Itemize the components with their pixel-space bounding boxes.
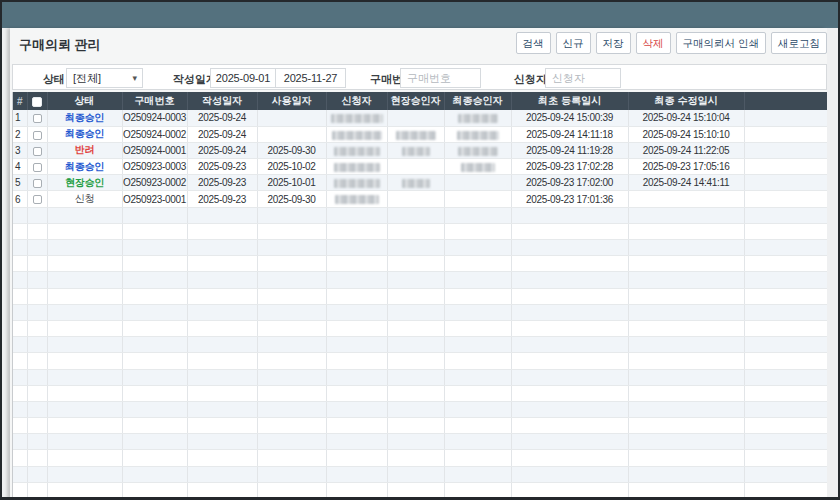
row-checkbox[interactable] — [33, 147, 42, 156]
top-bar — [2, 2, 838, 28]
empty-cell — [27, 401, 47, 417]
applicant-input[interactable] — [545, 68, 621, 88]
table-row[interactable]: 2최종승인O250924-00022025-09-242025-09-24 14… — [13, 126, 827, 142]
empty-cell — [47, 482, 122, 498]
empty-cell — [444, 385, 511, 401]
empty-cell — [257, 353, 326, 369]
empty-row — [13, 223, 827, 239]
empty-cell — [326, 466, 387, 482]
empty-cell — [257, 272, 326, 288]
empty-cell — [47, 353, 122, 369]
empty-cell — [13, 450, 27, 466]
empty-cell — [257, 466, 326, 482]
empty-cell — [511, 482, 628, 498]
empty-cell — [326, 288, 387, 304]
empty-cell — [511, 369, 628, 385]
row-checkbox[interactable] — [33, 163, 42, 172]
empty-cell — [326, 207, 387, 223]
empty-cell — [257, 207, 326, 223]
print-purchase-request-button[interactable]: 구매의뢰서 인쇄 — [676, 32, 766, 54]
empty-cell — [13, 466, 27, 482]
applicant-filter-label: 신청자 — [514, 72, 547, 87]
empty-cell — [628, 256, 744, 272]
modified-datetime-cell: 2025-09-23 17:05:16 — [628, 159, 744, 175]
table-row[interactable]: 3반려O250924-00012025-09-242025-09-302025-… — [13, 142, 827, 158]
purchase-no-input[interactable] — [400, 68, 481, 88]
empty-cell — [744, 288, 827, 304]
empty-cell — [27, 353, 47, 369]
empty-cell — [326, 482, 387, 498]
empty-cell — [511, 240, 628, 256]
column-header-3: 구매번호 — [122, 92, 187, 110]
empty-cell — [187, 418, 257, 434]
select-all-checkbox-header[interactable] — [27, 92, 47, 110]
row-number: 2 — [13, 126, 27, 142]
empty-cell — [187, 256, 257, 272]
table-row[interactable]: 5현장승인O250923-00022025-09-232025-10-01202… — [13, 175, 827, 191]
empty-cell — [628, 482, 744, 498]
results-grid: #상태구매번호작성일자사용일자신청자현장승인자최종승인자최초 등록일시최종 수정… — [12, 92, 827, 499]
empty-cell — [326, 385, 387, 401]
table-row[interactable]: 4최종승인O250923-00032025-09-232025-10-02202… — [13, 159, 827, 175]
table-row[interactable]: 6신청O250923-00012025-09-232025-09-302025-… — [13, 191, 827, 207]
empty-cell — [628, 369, 744, 385]
date-to-input[interactable]: 2025-11-27 — [275, 68, 346, 88]
empty-cell — [257, 450, 326, 466]
new-button[interactable]: 신규 — [556, 32, 591, 54]
modified-datetime-cell: 2025-09-24 15:10:10 — [628, 126, 744, 142]
empty-cell — [122, 288, 187, 304]
empty-cell — [257, 418, 326, 434]
row-checkbox[interactable] — [33, 114, 42, 123]
row-checkbox[interactable] — [33, 131, 42, 140]
row-checkbox[interactable] — [33, 179, 42, 188]
empty-cell — [13, 240, 27, 256]
empty-cell — [744, 240, 827, 256]
row-checkbox-cell — [27, 159, 47, 175]
row-checkbox-cell — [27, 191, 47, 207]
spacer-cell — [744, 175, 827, 191]
empty-cell — [444, 418, 511, 434]
empty-cell — [257, 369, 326, 385]
empty-cell — [257, 401, 326, 417]
refresh-button[interactable]: 새로고침 — [771, 32, 827, 54]
empty-row — [13, 466, 827, 482]
empty-cell — [511, 288, 628, 304]
column-header-4: 작성일자 — [187, 92, 257, 110]
empty-cell — [628, 385, 744, 401]
empty-cell — [387, 385, 444, 401]
empty-cell — [387, 401, 444, 417]
page-title: 구매의뢰 관리 — [19, 36, 101, 54]
empty-cell — [628, 418, 744, 434]
use-date-cell: 2025-10-01 — [257, 175, 326, 191]
empty-cell — [122, 207, 187, 223]
date-from-input[interactable]: 2025-09-01 — [210, 68, 276, 88]
status-select[interactable]: [전체] ▾ — [66, 68, 143, 88]
registered-datetime-cell: 2025-09-24 11:19:28 — [511, 142, 628, 158]
empty-cell — [13, 353, 27, 369]
site-approver-cell — [387, 191, 444, 207]
empty-cell — [628, 353, 744, 369]
select-all-checkbox[interactable] — [32, 97, 42, 107]
use-date-cell: 2025-09-30 — [257, 142, 326, 158]
row-checkbox[interactable] — [33, 195, 42, 204]
empty-cell — [122, 466, 187, 482]
table-row[interactable]: 1최종승인O250924-00032025-09-242025-09-24 15… — [13, 110, 827, 126]
empty-row — [13, 256, 827, 272]
delete-button[interactable]: 삭제 — [636, 32, 671, 54]
empty-cell — [27, 272, 47, 288]
final-approver-cell — [444, 191, 511, 207]
empty-cell — [27, 369, 47, 385]
search-button[interactable]: 검색 — [516, 32, 551, 54]
empty-row — [13, 369, 827, 385]
chevron-down-icon: ▾ — [132, 69, 137, 87]
empty-cell — [47, 223, 122, 239]
empty-cell — [326, 434, 387, 450]
final-approver-cell — [444, 110, 511, 126]
empty-cell — [257, 240, 326, 256]
save-button[interactable]: 저장 — [596, 32, 631, 54]
empty-cell — [122, 240, 187, 256]
empty-cell — [47, 272, 122, 288]
empty-cell — [187, 304, 257, 320]
empty-cell — [122, 434, 187, 450]
modified-datetime-cell: 2025-09-24 15:10:04 — [628, 110, 744, 126]
